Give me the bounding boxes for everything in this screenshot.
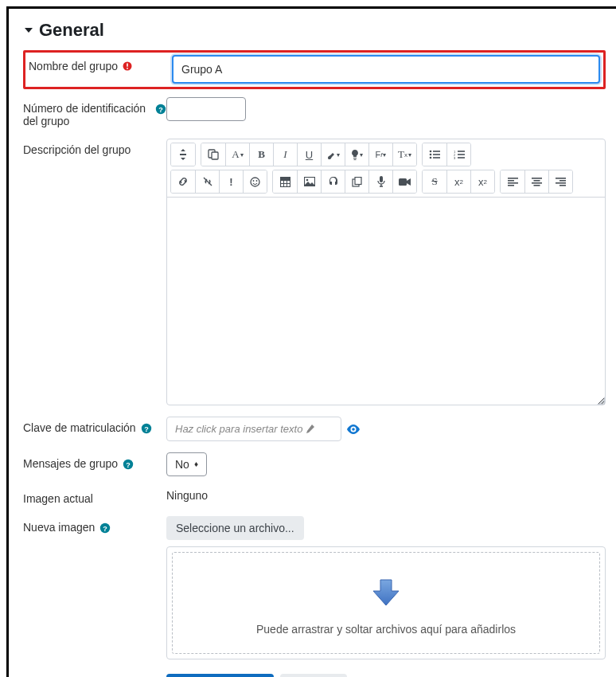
- svg-rect-36: [508, 182, 518, 184]
- toolbar-italic-icon[interactable]: I: [273, 143, 297, 166]
- svg-rect-44: [556, 182, 566, 184]
- svg-rect-8: [433, 151, 440, 152]
- current-image-value: Ninguno: [166, 489, 208, 502]
- toolbar-mic-icon[interactable]: [368, 170, 392, 193]
- editor-body[interactable]: [167, 198, 605, 405]
- svg-point-7: [430, 151, 432, 153]
- toolbar-strike-icon[interactable]: S: [423, 170, 446, 193]
- svg-rect-45: [559, 185, 566, 186]
- file-dropzone[interactable]: Puede arrastrar y soltar archivos aquí p…: [166, 546, 606, 659]
- group-name-highlight: Nombre del grupo: [23, 50, 606, 89]
- save-button[interactable]: Guardar cambios: [166, 674, 274, 677]
- svg-rect-33: [399, 178, 407, 186]
- svg-rect-12: [433, 157, 440, 158]
- svg-rect-38: [532, 178, 542, 179]
- rich-text-editor: A▾ B I U ▾ ▾ Ff▾ Tx▾ 123: [166, 139, 606, 405]
- toolbar-video-icon[interactable]: [392, 170, 416, 193]
- toolbar-styles-icon[interactable]: A▾: [225, 143, 249, 166]
- toolbar-files-icon[interactable]: [345, 170, 368, 193]
- id-number-label: Número de identificación del grupo: [23, 102, 150, 127]
- toolbar-lightbulb-icon[interactable]: ▾: [345, 143, 368, 166]
- svg-point-20: [253, 180, 255, 182]
- id-number-input[interactable]: [166, 97, 246, 121]
- svg-rect-42: [556, 178, 566, 179]
- svg-point-21: [256, 180, 258, 182]
- toolbar-subscript-icon[interactable]: x2: [446, 170, 470, 193]
- toolbar-warning-icon[interactable]: !: [219, 170, 243, 193]
- svg-rect-40: [532, 182, 542, 184]
- toolbar-align-center-icon[interactable]: [524, 170, 548, 193]
- toolbar-unlink-icon[interactable]: [195, 170, 219, 193]
- toolbar-audio-icon[interactable]: [321, 170, 345, 193]
- toolbar-paste-icon[interactable]: [201, 143, 225, 166]
- pencil-icon: [306, 425, 314, 433]
- svg-point-19: [251, 178, 259, 186]
- toolbar-align-left-icon[interactable]: [501, 170, 524, 193]
- section-toggle[interactable]: General: [23, 20, 606, 41]
- description-label: Descripción del grupo: [23, 143, 131, 156]
- select-caret-icon: ♦: [194, 460, 198, 468]
- dropzone-text: Puede arrastrar y soltar archivos aquí p…: [256, 623, 516, 636]
- reveal-password-icon[interactable]: [346, 425, 361, 434]
- toolbar-bold-icon[interactable]: B: [249, 143, 273, 166]
- svg-point-9: [430, 154, 432, 156]
- svg-point-48: [352, 428, 355, 431]
- svg-rect-6: [212, 152, 218, 159]
- enrol-key-placeholder: Haz click para insertar texto: [175, 423, 302, 435]
- group-messages-select[interactable]: No ♦: [166, 452, 207, 476]
- toolbar-emoji-icon[interactable]: [243, 170, 267, 193]
- svg-text:?: ?: [158, 106, 163, 114]
- editor-toolbar: A▾ B I U ▾ ▾ Ff▾ Tx▾ 123: [167, 139, 605, 198]
- toolbar-table-icon[interactable]: [273, 170, 297, 193]
- new-image-label: Nueva imagen: [23, 521, 95, 534]
- help-icon[interactable]: ?: [99, 522, 111, 534]
- svg-rect-31: [355, 177, 361, 184]
- help-icon[interactable]: ?: [155, 104, 166, 115]
- svg-text:?: ?: [144, 425, 149, 433]
- svg-rect-27: [280, 177, 290, 180]
- svg-rect-18: [458, 157, 465, 158]
- svg-rect-37: [508, 185, 514, 186]
- download-arrow-icon: [368, 575, 404, 610]
- svg-rect-16: [458, 154, 465, 155]
- group-messages-value: No: [175, 458, 189, 471]
- chevron-down-icon: [23, 25, 34, 36]
- toolbar-expand-icon[interactable]: [171, 143, 195, 166]
- toolbar-underline-icon[interactable]: U: [297, 143, 321, 166]
- svg-rect-34: [508, 178, 518, 179]
- svg-text:?: ?: [103, 525, 108, 533]
- svg-rect-10: [433, 154, 440, 155]
- cancel-button[interactable]: Cancelar: [280, 674, 347, 677]
- resize-handle-icon[interactable]: [597, 397, 605, 405]
- group-name-label: Nombre del grupo: [29, 60, 118, 72]
- svg-text:?: ?: [126, 461, 131, 469]
- toolbar-ul-icon[interactable]: [423, 143, 446, 166]
- svg-rect-43: [559, 180, 566, 182]
- group-name-input[interactable]: [172, 55, 600, 84]
- toolbar-clear-format-icon[interactable]: Tx▾: [392, 143, 416, 166]
- toolbar-superscript-icon[interactable]: x2: [470, 170, 494, 193]
- svg-rect-41: [534, 185, 540, 186]
- choose-file-button[interactable]: Seleccione un archivo...: [166, 516, 304, 540]
- svg-rect-14: [458, 151, 465, 152]
- toolbar-link-icon[interactable]: [171, 170, 195, 193]
- current-image-label: Imagen actual: [23, 492, 93, 505]
- toolbar-brush-icon[interactable]: ▾: [321, 143, 345, 166]
- toolbar-ol-icon[interactable]: 123: [446, 143, 470, 166]
- enrol-key-label: Clave de matriculación: [23, 421, 136, 434]
- section-title: General: [39, 20, 104, 41]
- toolbar-font-icon[interactable]: Ff▾: [368, 143, 392, 166]
- svg-point-29: [306, 179, 308, 182]
- required-icon: [123, 61, 132, 71]
- toolbar-align-right-icon[interactable]: [548, 170, 572, 193]
- svg-rect-1: [127, 64, 128, 67]
- svg-text:3: 3: [454, 156, 456, 160]
- help-icon[interactable]: ?: [141, 423, 152, 434]
- svg-rect-39: [534, 180, 540, 182]
- help-icon[interactable]: ?: [123, 459, 134, 470]
- svg-rect-32: [380, 176, 383, 182]
- enrol-key-input[interactable]: Haz click para insertar texto: [166, 417, 341, 441]
- toolbar-image-icon[interactable]: [297, 170, 321, 193]
- svg-rect-35: [508, 180, 514, 182]
- svg-point-11: [430, 157, 432, 159]
